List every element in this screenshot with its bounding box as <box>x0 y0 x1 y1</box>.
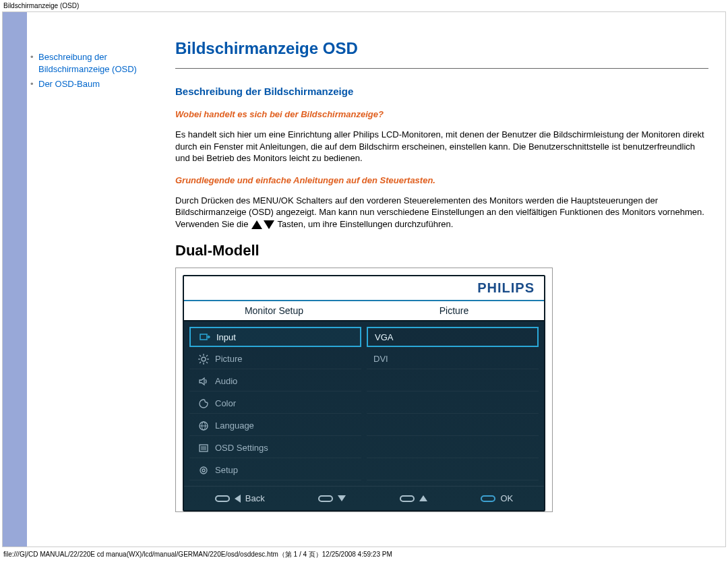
page-title: Bildschirmanzeige OSD <box>175 39 708 58</box>
osd-header-right: Picture <box>364 301 544 320</box>
osd-option-empty <box>367 371 539 392</box>
triangle-down-icon <box>338 495 346 501</box>
osd-down-control[interactable] <box>318 493 346 503</box>
osd-option-empty <box>367 416 539 436</box>
pill-icon <box>215 495 230 502</box>
instruction-heading: Grundlegende und einfache Anleitungen au… <box>175 175 708 185</box>
osd-right-column: VGA DVI <box>367 327 539 480</box>
section-heading: Beschreibung der Bildschirmanzeige <box>175 86 708 97</box>
svg-line-6 <box>200 355 201 356</box>
triangle-up-icon <box>251 220 262 229</box>
sidebar-item-osd-tree[interactable]: • Der OSD-Baum <box>30 78 162 90</box>
speaker-icon <box>196 376 211 387</box>
osd-ok-label: OK <box>500 493 513 503</box>
osd-item-label: Color <box>215 398 236 408</box>
osd-item-color[interactable]: Color <box>189 394 361 414</box>
osd-item-label: OSD Settings <box>215 443 268 453</box>
gear-icon <box>196 465 211 476</box>
osd-item-input[interactable]: Input <box>189 327 361 347</box>
osd-screenshot: PHILIPS Monitor Setup Picture Input <box>175 268 553 512</box>
osd-column-headers: Monitor Setup Picture <box>184 301 544 321</box>
osd-footer: Back OK <box>184 486 544 510</box>
osd-up-control[interactable] <box>400 493 427 503</box>
osd-logo-bar: PHILIPS <box>184 276 544 301</box>
triangle-down-icon <box>264 220 274 229</box>
philips-logo: PHILIPS <box>477 280 535 295</box>
file-path-footer: file:///G|/CD MANUAL/22/220E cd manua(WX… <box>0 547 728 562</box>
osd-header-left: Monitor Setup <box>184 301 364 320</box>
osd-item-language[interactable]: Language <box>189 416 361 436</box>
osd-item-setup[interactable]: Setup <box>189 460 361 480</box>
svg-line-9 <box>206 355 208 356</box>
globe-icon <box>196 420 211 431</box>
palette-icon <box>196 398 211 409</box>
main-content: Bildschirmanzeige OSD Beschreibung der B… <box>169 12 725 547</box>
svg-point-1 <box>202 357 206 361</box>
osd-item-label: Audio <box>215 376 237 386</box>
triangle-left-icon <box>235 495 241 503</box>
svg-point-17 <box>200 467 207 474</box>
osd-item-audio[interactable]: Audio <box>189 371 361 392</box>
bullet-icon: • <box>30 78 38 90</box>
pill-icon <box>481 495 495 502</box>
bullet-icon: • <box>30 51 38 75</box>
pill-icon <box>318 495 333 502</box>
window-title: Bildschirmanzeige (OSD) <box>0 0 728 11</box>
osd-body: Input Picture Audio <box>184 321 544 486</box>
osd-item-picture[interactable]: Picture <box>189 349 361 369</box>
sidebar-item-description[interactable]: • Beschreibung der Bildschirmanzeige (OS… <box>30 51 162 75</box>
osd-back-label: Back <box>245 493 265 503</box>
osd-option-dvi[interactable]: DVI <box>367 349 539 369</box>
divider <box>175 68 708 69</box>
osd-left-column: Input Picture Audio <box>189 327 361 480</box>
triangle-up-icon <box>419 495 427 501</box>
osd-item-label: Input <box>216 332 236 342</box>
sun-icon <box>196 354 211 365</box>
paragraph: Es handelt sich hier um eine Einrichtung… <box>175 129 708 164</box>
dual-model-heading: Dual-Modell <box>175 242 708 259</box>
sidebar-link[interactable]: Der OSD-Baum <box>38 78 100 90</box>
sidebar: • Beschreibung der Bildschirmanzeige (OS… <box>27 12 169 547</box>
osd-option-label: DVI <box>373 354 388 364</box>
osd-item-label: Picture <box>215 354 242 364</box>
svg-point-18 <box>202 469 205 472</box>
osd-item-label: Setup <box>215 465 238 475</box>
svg-rect-0 <box>200 334 207 340</box>
osd-option-empty <box>367 394 539 414</box>
osd-item-label: Language <box>215 420 254 431</box>
page: • Beschreibung der Bildschirmanzeige (OS… <box>2 11 726 547</box>
osd-option-vga[interactable]: VGA <box>367 327 539 347</box>
sidebar-link[interactable]: Beschreibung der Bildschirmanzeige (OSD) <box>38 51 162 75</box>
osd-option-empty <box>367 460 539 480</box>
svg-line-8 <box>200 362 201 363</box>
osd-screen: PHILIPS Monitor Setup Picture Input <box>183 275 545 511</box>
list-icon <box>196 443 211 454</box>
osd-option-label: VGA <box>375 332 393 342</box>
input-icon <box>198 332 212 342</box>
svg-line-7 <box>206 362 208 363</box>
osd-item-osd-settings[interactable]: OSD Settings <box>189 438 361 458</box>
osd-ok-control[interactable]: OK <box>481 493 513 503</box>
osd-back-control[interactable]: Back <box>215 493 265 503</box>
question-heading: Wobei handelt es sich bei der Bildschirm… <box>175 109 708 119</box>
text-part-b: Tasten, um ihre Einstellungen durchzufüh… <box>277 219 453 229</box>
pill-icon <box>400 495 415 502</box>
osd-option-empty <box>367 438 539 458</box>
left-decor-strip <box>3 12 27 547</box>
paragraph: Durch Drücken des MENU/OK Schalters auf … <box>175 195 708 230</box>
